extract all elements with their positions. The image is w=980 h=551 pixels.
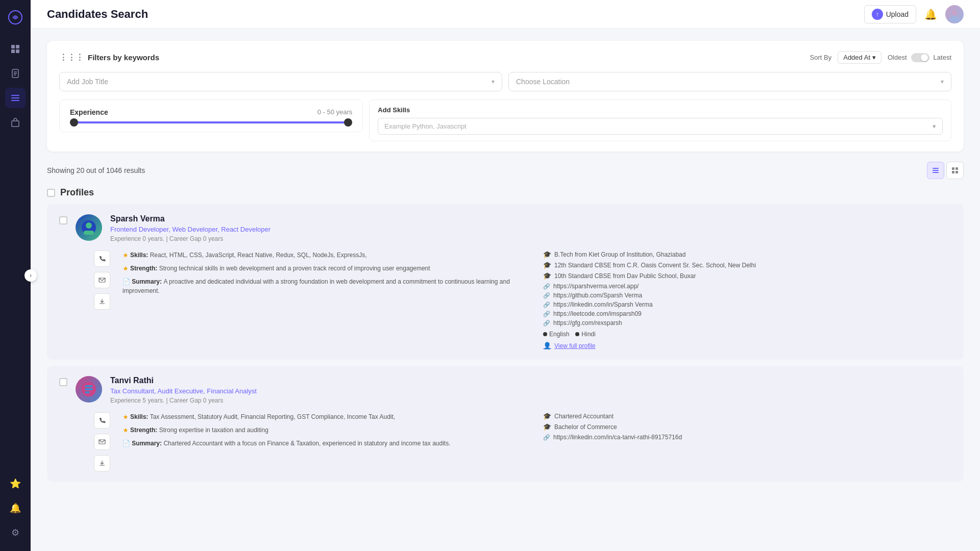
sidebar-item-jobs[interactable] — [5, 112, 26, 133]
education-icon-2-2: 🎓 — [543, 423, 551, 431]
experience-slider-track[interactable] — [70, 121, 352, 123]
language-dot-english — [543, 332, 547, 336]
oldest-label: Oldest — [888, 54, 907, 61]
notification-bell-icon[interactable]: 🔔 — [924, 8, 937, 20]
education-text-3: 10th Standard CBSE from Dav Public Schoo… — [554, 272, 696, 280]
link-item-5[interactable]: 🔗 https://gfg.com/rexsparsh — [543, 319, 951, 327]
education-icon-3: 🎓 — [543, 272, 551, 280]
strength-key-2: Strength: — [130, 427, 159, 434]
svg-point-20 — [86, 222, 92, 229]
candidate-card: Sparsh Verma Frontend Developer, Web Dev… — [47, 204, 964, 360]
email-action-icon-2[interactable] — [94, 434, 110, 450]
skills-block: Add Skills Example Python, Javascript ▾ — [369, 99, 951, 141]
sidebar-item-favorites[interactable]: ⭐ — [5, 473, 26, 494]
card-details-right-2: 🎓 Chartered Accountant 🎓 Bachelor of Com… — [543, 412, 951, 471]
svg-rect-18 — [955, 171, 958, 173]
svg-rect-2 — [16, 45, 19, 48]
experience-label-row: Experience 0 - 50 years — [70, 108, 352, 116]
link-text-5: https://gfg.com/rexsparsh — [553, 319, 622, 327]
skills-input[interactable]: Example Python, Javascript ▾ — [378, 118, 943, 135]
job-title-input[interactable]: Add Job Title ▾ — [59, 72, 502, 91]
candidate-name: Sparsh Verma — [110, 214, 951, 223]
phone-action-icon-2[interactable] — [94, 412, 110, 429]
summary-key-2: Summary: — [132, 440, 163, 447]
link-icon-2-1: 🔗 — [543, 434, 550, 441]
svg-rect-1 — [11, 45, 15, 48]
skills-row: Skills: React, HTML, CSS, JavaScript, Re… — [122, 251, 531, 260]
select-all-checkbox[interactable] — [47, 189, 55, 197]
svg-point-10 — [952, 10, 957, 15]
skills-row-2: Skills: Tax Assessment, Statutory Audit,… — [122, 412, 531, 421]
email-action-icon[interactable] — [94, 272, 110, 288]
link-text-2-1: https://linkedin.com/in/ca-tanvi-rathi-8… — [553, 434, 682, 441]
latest-label: Latest — [934, 54, 951, 61]
candidate-checkbox[interactable] — [59, 216, 67, 224]
tanvi-checkbox[interactable] — [59, 378, 67, 386]
candidate-card-2: Tanvi Rathi Tax Consultant, Audit Execut… — [47, 366, 964, 482]
link-icon-5: 🔗 — [543, 320, 550, 327]
summary-label-2: 📄 Summary: — [122, 440, 163, 447]
filter-panel: ⋮⋮⋮ Filters by keywords Sort By Added At… — [47, 41, 964, 152]
download-action-icon-2[interactable] — [94, 455, 110, 471]
education-item-2-2: 🎓 Bachelor of Commerce — [543, 423, 951, 431]
logo[interactable] — [6, 8, 24, 27]
education-text-2-2: Bachelor of Commerce — [554, 423, 617, 431]
slider-fill — [70, 121, 352, 123]
education-text-1: B.Tech from Kiet Group of Institution, G… — [554, 251, 685, 258]
view-profile-label: View full profile — [554, 342, 595, 349]
link-item-1[interactable]: 🔗 https://sparshverma.vercel.app/ — [543, 283, 951, 290]
candidate-experience-2: Experience 5 years. | Career Gap 0 years — [110, 397, 951, 404]
grid-view-button[interactable] — [946, 162, 964, 179]
sort-dropdown[interactable]: Added At ▾ — [838, 51, 881, 64]
sidebar-item-settings[interactable]: ⚙ — [5, 522, 26, 543]
link-item-2-1[interactable]: 🔗 https://linkedin.com/in/ca-tanvi-rathi… — [543, 434, 951, 441]
strength-key: Strength: — [130, 265, 159, 272]
sidebar-collapse-button[interactable]: › — [24, 269, 37, 282]
card-top: Sparsh Verma Frontend Developer, Web Dev… — [59, 214, 951, 242]
sort-section: Sort By Added At ▾ Oldest Latest — [810, 51, 951, 64]
skills-label-2: Skills: — [122, 413, 150, 420]
sort-chevron-icon: ▾ — [872, 54, 876, 61]
view-profile-link[interactable]: 👤 View full profile — [543, 342, 951, 349]
candidate-checkbox-2[interactable] — [59, 378, 67, 386]
sidebar-item-documents[interactable] — [5, 63, 26, 84]
link-item-4[interactable]: 🔗 https://leetcode.com/imsparsh09 — [543, 310, 951, 317]
sidebar-item-candidates[interactable] — [5, 88, 26, 108]
slider-thumb-left[interactable] — [70, 118, 78, 127]
strength-label-2: Strength: — [122, 427, 159, 434]
filter-title-text: Filters by keywords — [88, 53, 159, 62]
profiles-header-row: Profiles — [47, 187, 964, 198]
summary-row: 📄 Summary: A proactive and dedicated ind… — [122, 277, 531, 295]
main-area: Candidates Search ↑ Upload 🔔 ⋮⋮⋮ Filters… — [31, 0, 980, 551]
sidebar-item-dashboard[interactable] — [5, 39, 26, 59]
location-placeholder: Choose Location — [516, 78, 570, 86]
language-english: English — [543, 331, 569, 338]
download-action-icon[interactable] — [94, 293, 110, 310]
upload-button[interactable]: ↑ Upload — [864, 5, 916, 23]
list-view-button[interactable] — [927, 162, 944, 179]
sparsh-avatar — [76, 214, 102, 241]
sparsh-checkbox[interactable] — [59, 216, 67, 224]
education-icon: 🎓 — [543, 251, 551, 258]
filter-title: ⋮⋮⋮ Filters by keywords — [59, 53, 159, 62]
phone-action-icon[interactable] — [94, 251, 110, 267]
education-text-2: 12th Standard CBSE from C.R. Oasis Conve… — [554, 262, 756, 269]
user-avatar[interactable] — [945, 5, 964, 23]
svg-rect-9 — [12, 121, 19, 127]
sort-toggle[interactable] — [911, 53, 929, 62]
location-input[interactable]: Choose Location ▾ — [508, 72, 951, 91]
header: Candidates Search ↑ Upload 🔔 — [31, 0, 980, 29]
link-item-2[interactable]: 🔗 https://github.com/Sparsh Verma — [543, 292, 951, 299]
svg-rect-3 — [11, 49, 15, 53]
link-item-3[interactable]: 🔗 https://linkedin.com/in/Sparsh Verma — [543, 301, 951, 308]
link-icon-3: 🔗 — [543, 302, 550, 308]
strength-row-2: Strength: Strong expertise in taxation a… — [122, 425, 531, 435]
sort-label: Sort By — [810, 54, 832, 61]
summary-key: Summary: — [132, 278, 163, 285]
language-label-english: English — [549, 331, 569, 338]
strength-value-2: Strong expertise in taxation and auditin… — [159, 427, 268, 434]
sidebar-item-notifications[interactable]: 🔔 — [5, 498, 26, 518]
svg-rect-4 — [16, 49, 19, 53]
slider-thumb-right[interactable] — [344, 118, 352, 127]
experience-range: 0 - 50 years — [317, 108, 353, 116]
